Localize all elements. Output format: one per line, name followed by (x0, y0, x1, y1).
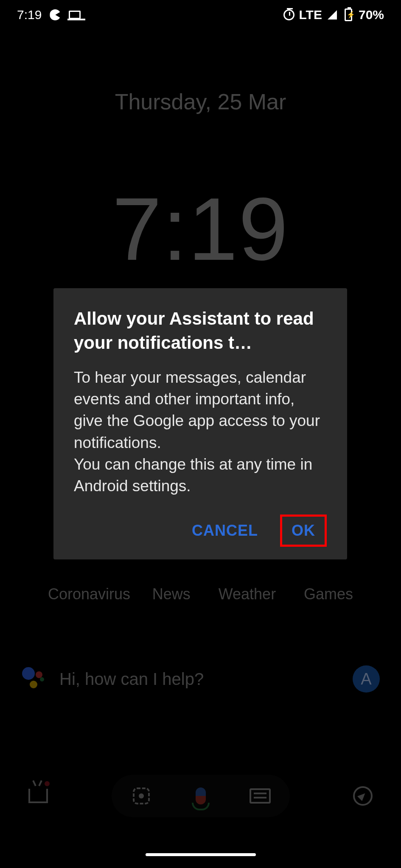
dialog-actions: CANCEL OK (74, 515, 327, 547)
signal-icon (326, 9, 338, 21)
battery-percent: 70% (359, 8, 384, 22)
assistant-prompt: Hi, how can I help? (59, 670, 340, 689)
chip-weather[interactable]: Weather (219, 585, 276, 603)
permission-dialog: Allow your Assistant to read your notifi… (53, 288, 347, 559)
mic-icon[interactable] (188, 783, 213, 809)
home-indicator[interactable] (146, 853, 256, 856)
dialog-body: To hear your messages, calendar events a… (74, 367, 327, 496)
search-pill[interactable] (112, 775, 290, 817)
chip-coronavirus[interactable]: Coronavirus (48, 585, 124, 603)
keyboard-icon[interactable] (247, 783, 273, 809)
chip-games[interactable]: Games (304, 585, 353, 603)
network-type: LTE (299, 8, 322, 22)
profile-avatar[interactable]: A (353, 665, 380, 693)
home-date: Thursday, 25 Mar (0, 89, 401, 114)
data-saver-icon (49, 9, 61, 21)
ok-highlight-box: OK (280, 515, 327, 547)
inbox-icon[interactable] (25, 783, 51, 809)
bottom-nav (0, 775, 401, 817)
alarm-icon (283, 9, 295, 21)
suggestion-chips-row: Coronavirus News Weather Games (0, 585, 401, 603)
battery-icon (342, 9, 354, 21)
cast-laptop-icon (69, 9, 81, 21)
chip-news[interactable]: News (152, 585, 191, 603)
lens-icon[interactable] (129, 783, 154, 809)
home-clock: 7:19 (0, 178, 401, 281)
assistant-bar[interactable]: Hi, how can I help? A (21, 665, 380, 693)
dialog-title: Allow your Assistant to read your notifi… (74, 307, 327, 355)
ok-button[interactable]: OK (288, 520, 319, 541)
status-time: 7:19 (17, 8, 42, 22)
explore-compass-icon[interactable] (350, 783, 376, 809)
cancel-button[interactable]: CANCEL (184, 516, 266, 545)
status-bar: 7:19 LTE 70% (0, 0, 401, 30)
assistant-logo-icon (21, 666, 47, 692)
